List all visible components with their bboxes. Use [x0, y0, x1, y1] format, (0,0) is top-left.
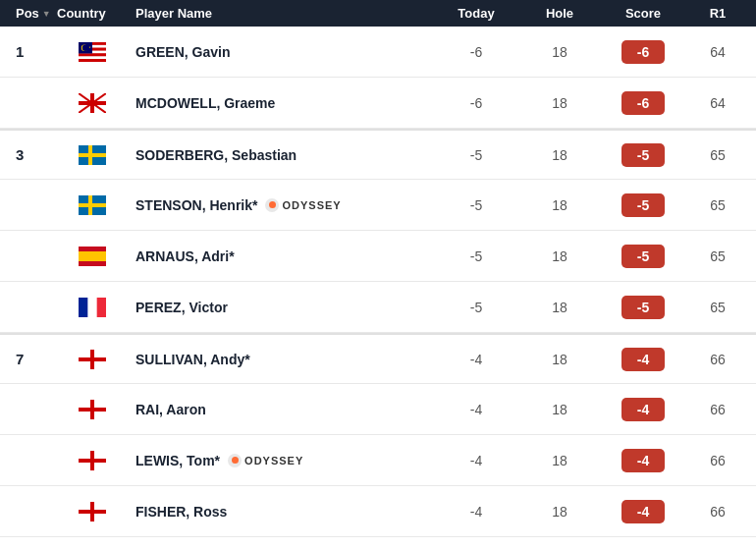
- score-badge: -4: [621, 449, 665, 472]
- hole-cell: 18: [520, 504, 599, 520]
- odyssey-logo: ODYSSEY: [228, 454, 303, 467]
- player-name: LEWIS, Tom*: [135, 453, 220, 468]
- r1-cell: 65: [687, 300, 756, 315]
- flag-icon: [79, 195, 106, 215]
- svg-rect-19: [88, 145, 92, 165]
- header-name: Player Name: [128, 6, 432, 21]
- flag-icon: [79, 145, 106, 165]
- flag-icon: [79, 451, 106, 470]
- svg-point-10: [82, 44, 88, 50]
- table-row: 7 SULLIVAN, Andy* -4 18 -4 66: [0, 333, 756, 384]
- header-r1: R1: [687, 6, 756, 21]
- table-row: 3 SODERBERG, Sebastian -5 18 -5 65: [0, 129, 756, 180]
- r1-cell: 64: [687, 95, 756, 111]
- header-score: Score: [599, 6, 687, 21]
- leaderboard-table: Pos ▼ Country Player Name Today Hole Sco…: [0, 0, 756, 537]
- player-name: STENSON, Henrik*: [135, 197, 257, 213]
- rows-container: 1 GREEN, Gavin -6 18 -6 64: [0, 27, 756, 537]
- flag-icon: [79, 400, 106, 419]
- score-cell: -5: [599, 143, 687, 167]
- score-cell: -5: [599, 193, 687, 217]
- r1-cell: 65: [687, 147, 756, 163]
- svg-rect-5: [79, 53, 106, 56]
- svg-rect-6: [79, 56, 106, 59]
- table-row: MCDOWELL, Graeme -6 18 -6 64: [0, 78, 756, 129]
- table-row: ARNAUS, Adri* -5 18 -5 65: [0, 231, 756, 282]
- today-cell: -4: [432, 504, 520, 520]
- player-name: GREEN, Gavin: [135, 44, 230, 60]
- svg-rect-30: [79, 357, 106, 361]
- score-badge: -5: [621, 245, 665, 268]
- player-name: SULLIVAN, Andy*: [135, 352, 250, 367]
- country-cell: [49, 400, 128, 419]
- svg-rect-7: [79, 59, 106, 62]
- country-cell: [49, 247, 128, 266]
- r1-cell: 66: [687, 504, 756, 520]
- score-cell: -6: [599, 91, 687, 115]
- odyssey-circle-icon: [228, 454, 242, 467]
- flag-icon: [79, 350, 106, 369]
- score-cell: -6: [599, 40, 687, 64]
- table-row: PEREZ, Victor -5 18 -5 65: [0, 282, 756, 333]
- table-header: Pos ▼ Country Player Name Today Hole Sco…: [0, 0, 756, 27]
- score-badge: -6: [621, 91, 665, 115]
- header-today: Today: [432, 6, 520, 21]
- player-name: ARNAUS, Adri*: [135, 248, 235, 264]
- today-cell: -5: [432, 300, 520, 315]
- player-name: FISHER, Ross: [135, 504, 227, 520]
- today-cell: -6: [432, 44, 520, 60]
- player-name: MCDOWELL, Graeme: [135, 95, 275, 111]
- score-badge: -4: [621, 348, 665, 371]
- today-cell: -4: [432, 352, 520, 367]
- odyssey-circle-icon: [265, 198, 279, 212]
- pos-cell: 3: [0, 146, 49, 163]
- name-cell: PEREZ, Victor: [128, 300, 432, 315]
- score-cell: -4: [599, 500, 687, 523]
- name-cell: MCDOWELL, Graeme: [128, 95, 432, 111]
- player-name: PEREZ, Victor: [135, 300, 228, 315]
- score-badge: -6: [621, 40, 665, 64]
- table-row: 1 GREEN, Gavin -6 18 -6 64: [0, 27, 756, 78]
- hole-cell: 18: [520, 147, 599, 163]
- name-cell: ARNAUS, Adri*: [128, 248, 432, 264]
- name-cell: GREEN, Gavin: [128, 44, 432, 60]
- r1-cell: 65: [687, 197, 756, 213]
- today-cell: -4: [432, 402, 520, 417]
- name-cell: STENSON, Henrik* ODYSSEY: [128, 197, 432, 213]
- country-cell: [49, 451, 128, 470]
- hole-cell: 18: [520, 402, 599, 417]
- pos-label: Pos: [16, 6, 39, 21]
- svg-rect-24: [79, 251, 106, 261]
- odyssey-text: ODYSSEY: [244, 455, 303, 467]
- country-cell: [49, 350, 128, 369]
- today-cell: -6: [432, 95, 520, 111]
- today-cell: -5: [432, 248, 520, 264]
- header-hole: Hole: [520, 6, 599, 21]
- country-cell: [49, 93, 128, 113]
- hole-cell: 18: [520, 300, 599, 315]
- country-cell: [49, 42, 128, 62]
- header-pos: Pos ▼: [0, 6, 49, 21]
- name-cell: RAI, Aaron: [128, 402, 432, 417]
- table-row: RAI, Aaron -4 18 -4 66: [0, 384, 756, 435]
- hole-cell: 18: [520, 44, 599, 60]
- score-cell: -5: [599, 296, 687, 319]
- name-cell: SULLIVAN, Andy*: [128, 352, 432, 367]
- odyssey-logo: ODYSSEY: [265, 198, 341, 212]
- r1-cell: 64: [687, 44, 756, 60]
- name-cell: SODERBERG, Sebastian: [128, 147, 432, 163]
- country-cell: [49, 502, 128, 522]
- player-name: RAI, Aaron: [135, 402, 206, 417]
- today-cell: -5: [432, 147, 520, 163]
- svg-rect-33: [79, 408, 106, 412]
- name-cell: FISHER, Ross: [128, 504, 432, 520]
- hole-cell: 18: [520, 95, 599, 111]
- svg-rect-26: [79, 298, 87, 317]
- r1-cell: 66: [687, 402, 756, 417]
- flag-icon: [79, 502, 106, 522]
- svg-rect-27: [97, 298, 106, 317]
- name-cell: LEWIS, Tom* ODYSSEY: [128, 453, 432, 468]
- odyssey-text: ODYSSEY: [282, 199, 341, 211]
- hole-cell: 18: [520, 453, 599, 468]
- flag-icon: [79, 298, 106, 317]
